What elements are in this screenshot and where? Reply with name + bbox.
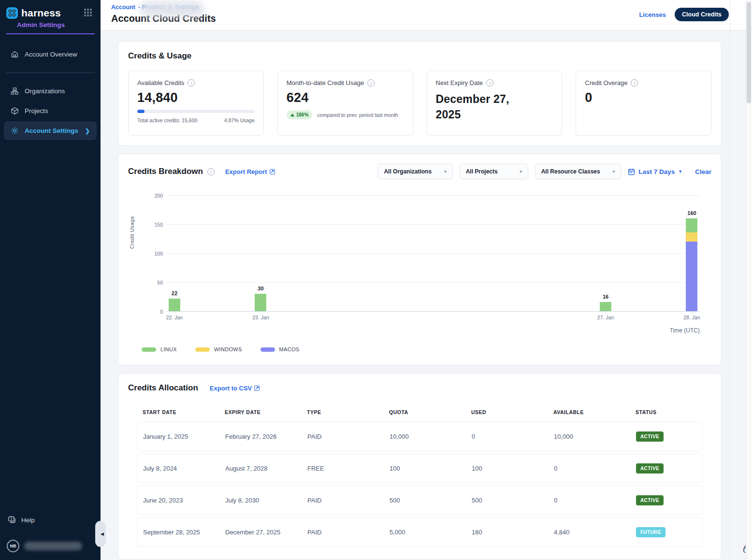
gear-icon (11, 127, 19, 135)
bar-segment-linux[interactable] (255, 294, 266, 311)
sidebar-bottom: ? Help NB (0, 511, 101, 560)
cell-start-date: January 1, 2025 (143, 433, 225, 440)
gridline (167, 195, 700, 196)
organizations-filter[interactable]: All Organizations▾ (377, 164, 452, 179)
cube-icon (11, 107, 19, 115)
export-report-link[interactable]: Export Report ↗ (225, 168, 275, 175)
stat-grid: Available Credits i 14,840 Total active … (128, 71, 711, 136)
credit-overage-card: Credit Overage i 0 (576, 71, 711, 136)
cell-type: FREE (307, 465, 390, 472)
gridline (167, 253, 700, 254)
chevron-down-icon: ▾ (444, 169, 447, 174)
cell-quota: 10,000 (390, 433, 472, 440)
cell-type: PAID (307, 497, 390, 504)
cloud-credits-button[interactable]: Cloud Credits (675, 8, 729, 21)
module-grid-icon[interactable] (84, 9, 93, 17)
credits-progress-fill (137, 110, 145, 113)
cell-expiry-date: February 27, 2026 (225, 433, 307, 440)
legend-item-linux[interactable]: LINUX (142, 346, 177, 352)
external-link-icon: ↗ (254, 386, 260, 391)
cell-available: 0 (554, 465, 636, 472)
sidebar-item-projects[interactable]: Projects (4, 101, 97, 120)
chevron-down-icon: ▾ (613, 169, 615, 174)
bar-total-label: 22 (172, 290, 177, 296)
cell-status: ACTIVE (636, 431, 696, 442)
brand-name: harness (21, 7, 84, 19)
legend-item-windows[interactable]: WINDOWS (195, 346, 242, 352)
cell-type: PAID (307, 529, 390, 536)
user-row[interactable]: NB (0, 537, 101, 557)
credits-breakdown-section: Credits Breakdown i Export Report ↗ All … (118, 154, 722, 365)
breadcrumb-account[interactable]: Account (111, 4, 135, 11)
chevron-down-icon: ▼ (678, 169, 682, 174)
resource-classes-filter[interactable]: All Resource Classes▾ (535, 164, 622, 179)
chart-bar[interactable] (600, 302, 611, 311)
credit-overage-value: 0 (585, 90, 702, 105)
scrollbar-thumb[interactable] (747, 2, 751, 103)
info-icon[interactable]: i (367, 79, 375, 86)
scrollbar-track[interactable] (746, 0, 752, 560)
chart-plot: 050100150200223016160 (167, 196, 700, 312)
sidebar-divider (6, 72, 95, 73)
chart-bar[interactable] (686, 218, 697, 311)
table-row[interactable]: July 8, 2024August 7, 2028FREE1001000ACT… (137, 454, 703, 483)
credits-progress-bar (137, 110, 255, 113)
chevron-down-icon: ▾ (520, 169, 522, 174)
cell-used: 160 (472, 529, 554, 536)
x-tick-mark (174, 312, 174, 314)
bar-segment-linux[interactable] (686, 218, 697, 232)
breakdown-header: Credits Breakdown i Export Report ↗ All … (128, 164, 711, 179)
status-badge: ACTIVE (636, 463, 664, 474)
arrow-up-icon (290, 114, 294, 116)
sidebar-item-label: Account Settings (25, 127, 78, 134)
bar-segment-macos[interactable] (686, 242, 697, 311)
table-row[interactable]: June 20, 2023July 8, 2030PAID5005000ACTI… (137, 486, 703, 515)
legend-swatch (260, 347, 275, 352)
sidebar-collapse-handle[interactable]: ◀ (95, 521, 106, 547)
licenses-link[interactable]: Licenses (639, 11, 666, 18)
allocation-title: Credits Allocation (128, 383, 198, 393)
bar-total-label: 30 (258, 286, 263, 291)
sidebar-item-organizations[interactable]: Organizations (4, 82, 97, 101)
info-icon[interactable]: i (486, 79, 493, 86)
info-icon[interactable]: i (188, 79, 195, 86)
page-content: Credits & Usage Available Credits i 14,8… (101, 30, 752, 560)
credits-usage-title: Credits & Usage (128, 51, 711, 61)
chart-bar[interactable] (255, 294, 266, 311)
sidebar-nav: Account Overview Organizations Projects … (0, 45, 101, 140)
cell-quota: 500 (390, 497, 472, 504)
y-axis-title: Credit Usage (129, 216, 135, 249)
column-header: STATUS (636, 409, 697, 415)
bar-segment-linux[interactable] (600, 302, 611, 311)
table-row[interactable]: September 28, 2025December 27, 2025PAID5… (137, 517, 703, 547)
breakdown-title: Credits Breakdown (128, 167, 203, 176)
external-link-icon: ↗ (270, 169, 275, 174)
export-csv-link[interactable]: Export to CSV ↗ (210, 385, 260, 392)
bar-segment-windows[interactable] (686, 232, 697, 242)
status-badge: ACTIVE (636, 495, 664, 505)
legend-item-macos[interactable]: MACOS (260, 346, 300, 352)
available-credits-label: Available Credits (137, 79, 184, 86)
harness-logo-icon (6, 7, 18, 19)
gridline (167, 224, 700, 225)
clear-filters-link[interactable]: Clear (695, 168, 711, 175)
x-axis-title: Time (UTC) (167, 327, 700, 334)
page-header: Account - Product ❯ Settings Account Clo… (101, 0, 752, 30)
bar-segment-linux[interactable] (169, 299, 180, 311)
info-icon[interactable]: i (631, 79, 638, 86)
table-row[interactable]: January 1, 2025February 27, 2026PAID10,0… (137, 422, 703, 451)
info-icon[interactable]: i (207, 168, 215, 175)
y-tick-label: 50 (145, 280, 163, 286)
y-tick-label: 0 (145, 309, 163, 315)
sidebar-item-account-settings[interactable]: Account Settings ❯ (4, 121, 97, 140)
sidebar-item-account-overview[interactable]: Account Overview (4, 45, 97, 64)
admin-settings-label: Admin Settings (0, 19, 101, 33)
cell-used: 0 (472, 433, 554, 440)
projects-filter[interactable]: All Projects▾ (460, 164, 528, 179)
avatar[interactable]: NB (7, 540, 19, 552)
help-button[interactable]: ? Help (0, 511, 101, 537)
chart-bar[interactable] (169, 299, 180, 311)
cell-used: 500 (472, 497, 554, 504)
column-header: QUOTA (389, 409, 471, 415)
date-range-filter[interactable]: Last 7 Days ▼ (628, 168, 682, 175)
